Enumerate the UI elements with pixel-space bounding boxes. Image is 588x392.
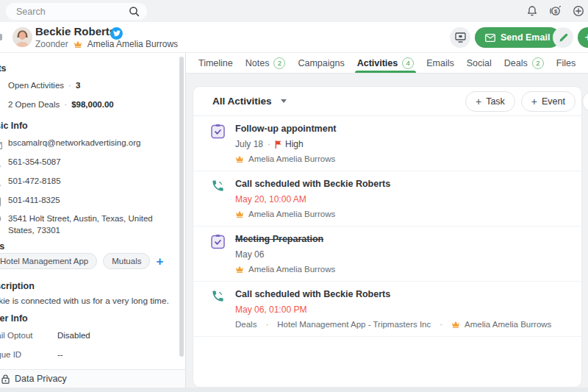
- sidebar: Stats Open Activities3 2 Open Deals$98,0…: [0, 53, 186, 369]
- tab-badge: 4: [402, 57, 414, 69]
- plus-icon: +: [584, 31, 588, 44]
- tab-social[interactable]: Social: [467, 53, 492, 73]
- email-value[interactable]: bscamalrq@networkadvertising.org: [8, 138, 140, 147]
- send-email-label: Send Email: [501, 32, 550, 43]
- company-name: Zoonder: [35, 39, 68, 49]
- activity-date-line: July 18 High: [235, 139, 304, 149]
- activity-owner: Amelia Amelia Burrows: [465, 320, 551, 329]
- owner-crown-icon: [235, 210, 244, 218]
- mobile-icon: [0, 196, 2, 210]
- activity-title[interactable]: Call scheduled with Beckie Roberts: [235, 289, 390, 299]
- owner-crown-icon: [235, 155, 244, 163]
- section-title-description: Description: [0, 281, 35, 291]
- unique-id-value: --: [57, 350, 63, 359]
- phone-icon: [0, 158, 2, 171]
- tab-notes[interactable]: Notes2: [245, 53, 286, 73]
- search-bar[interactable]: [6, 3, 147, 20]
- related-module-link[interactable]: Deals: [235, 320, 257, 329]
- unique-id-label: Unique ID: [0, 350, 21, 359]
- main-panel: Timeline Notes2 Campaigns Activities4 Em…: [186, 53, 588, 388]
- priority-label: High: [285, 139, 304, 149]
- twitter-icon[interactable]: [110, 27, 123, 40]
- tag-pill[interactable]: Hotel Management App: [0, 253, 97, 269]
- clipped-nav-icon: [0, 34, 2, 40]
- filter-label: All Activities: [212, 96, 272, 107]
- activity-owner-line: Amelia Amelia Burrows: [235, 210, 335, 218]
- screen-share-button[interactable]: [450, 27, 470, 48]
- related-deal-link[interactable]: Hotel Management App - Tripmasters Inc: [277, 320, 431, 329]
- bottom-strip: [0, 388, 588, 392]
- new-event-button[interactable]: +Event: [521, 91, 576, 112]
- section-title-stats: Stats: [0, 63, 7, 74]
- activity-date: May 06: [235, 249, 264, 260]
- tab-deals[interactable]: Deals2: [504, 53, 544, 73]
- open-deals-link[interactable]: 2 Open Deals$98,000.00: [8, 100, 114, 109]
- lock-icon: [1, 374, 10, 384]
- monitor-icon: [455, 32, 466, 43]
- owner-crown-icon: [74, 40, 82, 48]
- activity-date: May 20, 10:00 AM: [235, 194, 306, 204]
- description-text: Beckie is connected with us for a very l…: [0, 296, 169, 306]
- activity-title[interactable]: Call scheduled with Beckie Roberts: [235, 179, 390, 189]
- activity-date: July 18: [235, 139, 263, 149]
- activity-owner: Amelia Amelia Burrows: [248, 154, 335, 163]
- open-activities-link[interactable]: Open Activities3: [8, 81, 80, 90]
- new-task-button[interactable]: +Task: [465, 91, 515, 112]
- activity-title[interactable]: Meeting Preparation: [235, 234, 323, 244]
- section-title-other-info: Other Info: [0, 313, 28, 324]
- activities-filter-button[interactable]: All Activities: [212, 96, 287, 107]
- activity-item: Call scheduled with Beckie Roberts May 0…: [193, 282, 581, 337]
- tab-activities[interactable]: Activities4: [357, 53, 415, 73]
- activities-header: All Activities +Task +Event: [193, 87, 581, 116]
- activity-date-line: May 06: [235, 249, 264, 260]
- activity-item: Follow-up appointment July 18 High Ameli…: [193, 116, 581, 171]
- tab-campaigns[interactable]: Campaigns: [298, 53, 344, 73]
- caret-down-icon: [281, 99, 287, 103]
- tab-badge: 2: [532, 57, 544, 69]
- contact-name: Beckie Roberts: [35, 25, 115, 38]
- tag-pill[interactable]: Mutuals: [103, 253, 150, 269]
- send-email-button[interactable]: Send Email: [475, 27, 560, 48]
- activities-card: All Activities +Task +Event Follow-up ap…: [193, 86, 582, 388]
- svg-text:$: $: [554, 8, 558, 15]
- task-icon: [211, 234, 225, 252]
- activity-owner: Amelia Amelia Burrows: [248, 265, 335, 274]
- currency-icon[interactable]: $: [548, 5, 562, 20]
- tab-emails[interactable]: Emails: [426, 53, 454, 73]
- new-call-button-clipped[interactable]: [582, 91, 588, 112]
- data-privacy-button[interactable]: Data Privacy: [0, 369, 186, 388]
- activity-title[interactable]: Follow-up appointment: [235, 124, 336, 134]
- activity-owner-line: Amelia Amelia Burrows: [235, 265, 335, 274]
- task-icon: [211, 124, 225, 142]
- activity-owner: Amelia Amelia Burrows: [248, 210, 335, 218]
- phone-value[interactable]: 561-354-5087: [8, 157, 61, 166]
- activity-date: May 06, 01:00 PM: [235, 304, 306, 315]
- contact-subline: Zoonder Amelia Amelia Burrows: [35, 39, 178, 49]
- notifications-icon[interactable]: [526, 5, 538, 20]
- tab-files[interactable]: Files: [556, 53, 576, 73]
- activity-item: Meeting Preparation May 06 Amelia Amelia…: [193, 227, 581, 282]
- pencil-icon: [559, 33, 568, 43]
- sidebar-scrollbar[interactable]: [179, 57, 184, 357]
- data-privacy-label: Data Privacy: [15, 374, 67, 384]
- tab-timeline[interactable]: Timeline: [198, 53, 233, 73]
- avatar[interactable]: [12, 27, 32, 47]
- edit-button[interactable]: [553, 27, 573, 48]
- mobile-value[interactable]: 501-411-8325: [8, 196, 60, 204]
- email-icon: [0, 139, 2, 152]
- phone2-value[interactable]: 501-472-8185: [8, 177, 61, 185]
- owner-crown-icon: [451, 321, 460, 328]
- activity-owner-line: Amelia Amelia Burrows: [235, 154, 335, 163]
- record-owner: Amelia Amelia Burrows: [87, 39, 178, 49]
- add-tag-button[interactable]: +: [156, 255, 163, 268]
- create-icon[interactable]: [573, 5, 584, 20]
- email-optout-label: Email Optout: [0, 331, 32, 340]
- topbar: $: [0, 0, 588, 22]
- call-icon: [211, 289, 225, 306]
- priority-flag-icon: [275, 140, 282, 149]
- add-button[interactable]: +: [578, 27, 588, 48]
- search-input[interactable]: [6, 7, 116, 17]
- location-icon: [0, 214, 2, 227]
- section-title-tags: Tags: [0, 241, 4, 252]
- search-icon[interactable]: [129, 6, 140, 20]
